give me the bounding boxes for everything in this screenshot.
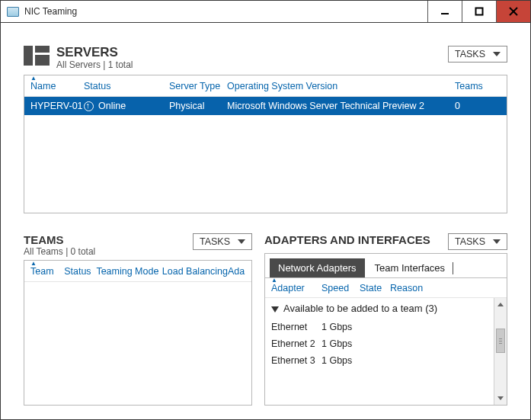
col-state[interactable]: State [360, 283, 390, 293]
tab-network-adapters[interactable]: Network Adapters [270, 258, 365, 277]
adapter-row[interactable]: Ethernet 2 1 Gbps [271, 335, 488, 352]
caret-down-icon [238, 239, 245, 244]
col-reason[interactable]: Reason [390, 283, 501, 293]
collapse-icon [271, 306, 279, 313]
col-type[interactable]: Server Type [169, 81, 227, 91]
col-mode[interactable]: Teaming Mode [96, 266, 162, 277]
minimize-button[interactable] [427, 1, 462, 22]
close-icon [509, 7, 518, 16]
adapter-group[interactable]: Available to be added to a team (3) [271, 298, 488, 319]
tasks-label: TASKS [200, 236, 230, 247]
adapter-name: Ethernet [271, 322, 321, 332]
scroll-thumb[interactable] [496, 329, 505, 353]
adapters-header: ADAPTERS AND INTERFACES TASKS [264, 233, 507, 250]
adapter-name: Ethernet 3 [271, 355, 321, 366]
col-status[interactable]: Status [84, 81, 169, 91]
adapter-group-label: Available to be added to a team (3) [283, 303, 437, 314]
teams-header: TEAMS All Teams | 0 total TASKS [24, 233, 252, 257]
servers-subtitle: All Servers | 1 total [56, 59, 448, 70]
scroll-up-icon[interactable] [494, 298, 507, 311]
server-status-text: Online [98, 101, 126, 111]
teams-column-headers: Team Status Teaming Mode Load Balancing … [24, 261, 251, 282]
app-icon [7, 7, 19, 17]
col-name[interactable]: Name [30, 81, 84, 91]
col-team[interactable]: Team [30, 266, 64, 277]
server-name: HYPERV-01 [30, 101, 84, 111]
adapters-title: ADAPTERS AND INTERFACES [264, 233, 448, 246]
adapters-tabs: Network Adapters Team Interfaces [265, 254, 507, 278]
server-status: Online [84, 101, 169, 111]
close-button[interactable] [496, 1, 530, 22]
col-teams[interactable]: Teams [455, 81, 501, 91]
servers-icon [24, 46, 50, 67]
teams-tasks-button[interactable]: TASKS [193, 233, 252, 250]
col-lb[interactable]: Load Balancing [162, 266, 228, 277]
server-row[interactable]: HYPERV-01 Online Physical Microsoft Wind… [24, 97, 507, 115]
svg-rect-0 [441, 13, 449, 14]
status-up-icon [84, 101, 94, 111]
adapter-name: Ethernet 2 [271, 338, 321, 349]
teams-subtitle: All Teams | 0 total [24, 246, 193, 257]
titlebar: NIC Teaming [0, 0, 531, 23]
servers-tasks-button[interactable]: TASKS [448, 46, 507, 63]
adapter-row[interactable]: Ethernet 3 1 Gbps [271, 352, 488, 369]
tab-team-interfaces[interactable]: Team Interfaces [366, 258, 454, 277]
caret-down-icon [493, 52, 501, 56]
caret-down-icon [493, 239, 501, 244]
server-type: Physical [169, 101, 227, 111]
minimize-icon [440, 7, 449, 16]
adapter-row[interactable]: Ethernet 1 Gbps [271, 319, 488, 335]
col-speed[interactable]: Speed [321, 283, 360, 293]
adapter-speed: 1 Gbps [321, 338, 360, 349]
teams-title: TEAMS [24, 233, 193, 246]
window-title: NIC Teaming [24, 6, 427, 17]
adapters-column-headers: Adapter Speed State Reason [265, 278, 507, 298]
servers-empty-area [24, 115, 507, 213]
servers-header: SERVERS All Servers | 1 total TASKS [24, 46, 507, 70]
adapters-scrollbar[interactable] [494, 298, 507, 405]
server-os: Microsoft Windows Server Technical Previ… [227, 101, 455, 111]
teams-empty-area [24, 282, 251, 405]
tasks-label: TASKS [455, 49, 485, 59]
adapters-tasks-button[interactable]: TASKS [448, 233, 507, 250]
adapters-list: Available to be added to a team (3) Ethe… [265, 298, 494, 405]
servers-title: SERVERS [56, 46, 448, 59]
col-status[interactable]: Status [64, 266, 96, 277]
adapter-speed: 1 Gbps [321, 355, 360, 366]
maximize-icon [475, 7, 484, 16]
col-adapters[interactable]: Adapters [228, 266, 245, 277]
adapter-speed: 1 Gbps [321, 322, 360, 332]
col-adapter[interactable]: Adapter [271, 283, 321, 293]
scroll-down-icon[interactable] [494, 392, 507, 405]
servers-grid: Name Status Server Type Operating System… [24, 75, 507, 213]
tasks-label: TASKS [455, 236, 485, 247]
col-os[interactable]: Operating System Version [227, 81, 455, 91]
server-teams: 0 [455, 101, 501, 111]
adapters-panel: Network Adapters Team Interfaces Adapter… [264, 253, 507, 406]
svg-rect-1 [476, 8, 483, 15]
servers-column-headers: Name Status Server Type Operating System… [24, 75, 507, 97]
teams-grid: Team Status Teaming Mode Load Balancing … [24, 260, 252, 406]
window-controls [427, 1, 530, 22]
maximize-button[interactable] [462, 1, 496, 22]
